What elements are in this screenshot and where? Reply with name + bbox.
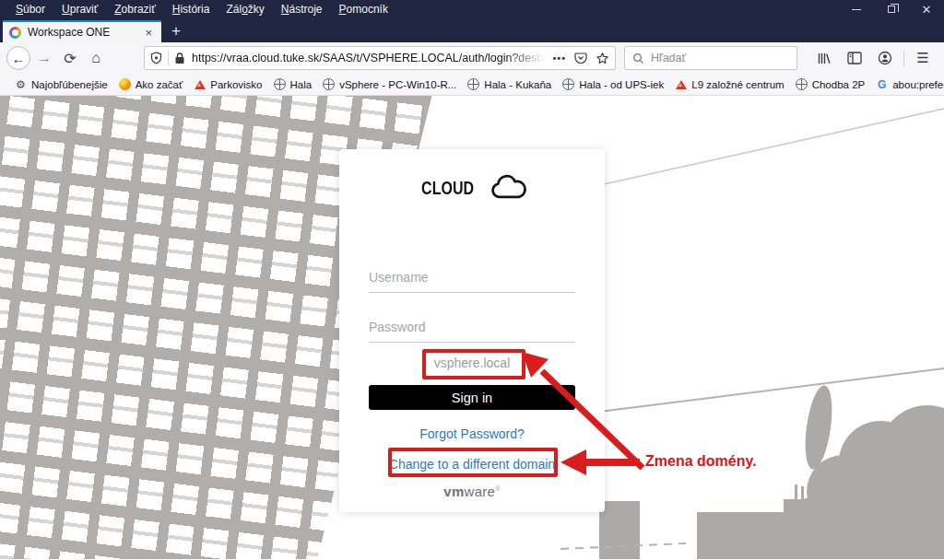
tab-title: Workspace ONE <box>28 26 142 39</box>
toolbar-right-icons: ☰ <box>812 46 938 70</box>
bookmarks-toolbar: Najobľúbenejšie Ako začať Parkovisko Hal… <box>0 74 944 96</box>
workspace-one-favicon <box>9 27 21 39</box>
menu-tools[interactable]: Nástroje <box>273 0 331 18</box>
url-text[interactable]: https://vraa.cloud.tuke.sk/SAAS/t/VSPHER… <box>192 52 549 64</box>
bookmark-item[interactable]: Ako začať <box>113 78 189 90</box>
bookmark-label: Hala <box>290 79 313 90</box>
restore-button[interactable] <box>874 0 909 18</box>
url-bar[interactable]: https://vraa.cloud.tuke.sk/SAAS/t/VSPHER… <box>144 46 616 70</box>
minimize-button[interactable] <box>839 0 874 18</box>
tracking-shield-icon[interactable] <box>150 52 162 64</box>
bookmark-label: Hala - Kukaňa <box>484 79 551 90</box>
menu-bookmarks[interactable]: Záložky <box>218 0 272 18</box>
tab-workspace-one[interactable]: Workspace ONE × <box>3 20 161 42</box>
username-input[interactable]: Username <box>369 270 575 293</box>
back-button[interactable]: ← <box>6 45 31 71</box>
toolbar-divider <box>903 50 904 66</box>
bookmark-item[interactable]: L9 založné centrum <box>669 78 789 90</box>
globe-icon <box>796 78 808 90</box>
home-button[interactable]: ⌂ <box>83 45 109 71</box>
forgot-password-link[interactable]: Forgot Password? <box>339 426 605 441</box>
bookmark-item[interactable]: Hala - od UPS-iek <box>557 78 669 90</box>
firefox-icon <box>119 78 131 90</box>
bookmark-item[interactable]: Hala - Kukaňa <box>462 78 557 90</box>
password-input[interactable]: Password <box>369 320 575 343</box>
menu-view[interactable]: Zobraziť <box>106 0 164 18</box>
bookmark-label: L9 založné centrum <box>691 79 784 90</box>
vmware-logo-bold: vm <box>443 484 464 499</box>
vmware-logo: vmware® <box>339 484 605 499</box>
back-icon: ← <box>6 46 30 70</box>
annotation-box-domain-value <box>422 349 525 379</box>
minimize-icon <box>852 9 861 10</box>
bookmark-label: Hala - od UPS-iek <box>579 79 664 90</box>
bookmark-star-icon[interactable] <box>596 52 609 65</box>
lock-icon[interactable] <box>174 52 185 64</box>
password-placeholder: Password <box>369 320 425 334</box>
vmware-reg-mark: ® <box>495 485 500 492</box>
page-actions: ••• <box>552 52 609 65</box>
bookmark-label: Ako začať <box>136 79 183 90</box>
bookmark-item[interactable]: Gabou:preferences - Hľ... <box>870 78 944 90</box>
globe-icon <box>323 78 335 90</box>
forward-button[interactable]: → <box>31 45 57 71</box>
urlbar-divider <box>168 51 169 65</box>
hamburger-menu-icon[interactable]: ☰ <box>911 46 935 70</box>
search-bar[interactable]: Hľadať <box>624 46 797 70</box>
cloud-logo: CLOUD <box>339 173 605 203</box>
sidebar-icon[interactable] <box>843 46 867 70</box>
annotation-box-change-domain <box>388 448 558 477</box>
bookmark-item[interactable]: Najobľúbenejšie <box>9 78 113 90</box>
pocket-icon[interactable] <box>574 52 587 64</box>
menu-bar: Súbor Upraviť Zobraziť História Záložky … <box>0 0 944 18</box>
globe-icon <box>274 78 286 90</box>
navigation-toolbar: ← → ⟳ ⌂ https://vraa.cloud.tuke.sk/SAAS/… <box>0 42 944 74</box>
bookmark-label: vSphere - PC-Win10-R... <box>339 79 456 90</box>
page-content: CLOUD Username Password vsphere.local Si… <box>0 96 944 559</box>
globe-icon <box>467 78 479 90</box>
cloud-icon <box>487 173 529 203</box>
window-controls: ✕ <box>839 0 944 18</box>
search-placeholder: Hľadať <box>651 52 686 64</box>
bookmark-label: Chodba 2P <box>812 79 866 90</box>
close-button[interactable]: ✕ <box>909 0 944 18</box>
menu-help[interactable]: Pomocník <box>331 0 396 18</box>
search-icon <box>632 52 644 64</box>
reload-button[interactable]: ⟳ <box>57 45 83 71</box>
annotation-label: Zmena domény. <box>645 453 757 470</box>
vmware-logo-light: ware <box>465 484 496 499</box>
menu-edit[interactable]: Upraviť <box>53 0 106 18</box>
cloud-logo-text: CLOUD <box>421 178 474 199</box>
bookmark-item[interactable]: vSphere - PC-Win10-R... <box>317 78 462 90</box>
library-icon[interactable] <box>812 46 836 70</box>
bookmark-label: Parkovisko <box>210 79 262 90</box>
bookmark-label: Najobľúbenejšie <box>31 79 108 90</box>
menu-history[interactable]: História <box>164 0 218 18</box>
triangle-icon <box>675 78 687 90</box>
globe-icon <box>562 78 574 90</box>
menu-file[interactable]: Súbor <box>7 0 53 18</box>
username-placeholder: Username <box>369 270 429 285</box>
new-tab-button[interactable]: + <box>161 20 191 42</box>
bookmark-label: abou:preferences - Hľ... <box>892 79 944 90</box>
gear-icon <box>15 78 27 90</box>
page-actions-more-icon[interactable]: ••• <box>552 52 566 64</box>
tab-bar: Workspace ONE × + <box>0 18 944 42</box>
bookmark-item[interactable]: Parkovisko <box>188 78 267 90</box>
account-icon[interactable] <box>873 46 897 70</box>
sign-in-button[interactable]: Sign in <box>369 385 575 410</box>
restore-icon <box>888 6 895 13</box>
google-icon: G <box>876 78 888 90</box>
bookmark-item[interactable]: Hala <box>268 78 318 90</box>
bookmark-item[interactable]: Chodba 2P <box>790 78 871 90</box>
triangle-icon <box>194 78 206 90</box>
tab-close-icon[interactable]: × <box>142 26 155 40</box>
